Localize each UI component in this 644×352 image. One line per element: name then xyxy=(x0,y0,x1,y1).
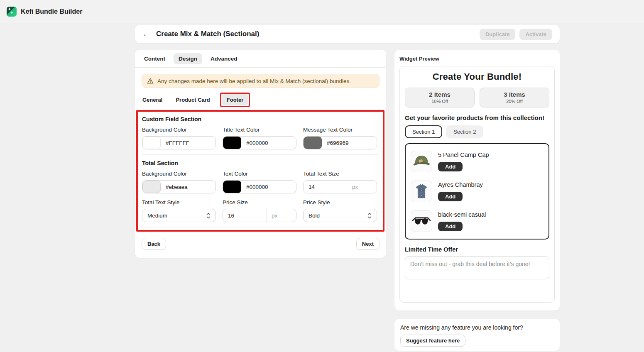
back-arrow-icon[interactable]: ← xyxy=(142,29,150,39)
color-swatch[interactable] xyxy=(142,137,161,149)
px-unit-suffix: px xyxy=(266,209,296,222)
subtab-product-card[interactable]: Product Card xyxy=(172,94,213,105)
section-divider xyxy=(142,227,379,227)
back-button[interactable]: Back xyxy=(142,238,166,250)
page-header: ← Create Mix & Match (Sectional) Duplica… xyxy=(135,25,560,43)
color-value[interactable]: #000000 xyxy=(241,140,268,146)
tier-discount-label: 20% Off xyxy=(480,99,549,104)
next-button[interactable]: Next xyxy=(356,238,380,250)
field-label: Price Size xyxy=(223,199,296,205)
size-value[interactable]: 14 xyxy=(304,184,347,190)
field-total-text-color: Text Color #000000 xyxy=(223,171,296,193)
duplicate-button[interactable]: Duplicate xyxy=(480,29,516,40)
tier-items-label: 2 Items xyxy=(405,91,474,98)
field-label: Price Style xyxy=(303,199,377,205)
widget-preview-label: Widget Preview xyxy=(399,56,555,62)
warning-triangle-icon xyxy=(147,78,154,84)
bundle-title: Create Your Bundle! xyxy=(405,71,549,82)
widget-preview-card: Create Your Bundle! 2 Items 10% Off 3 It… xyxy=(399,66,555,303)
collection-subtitle: Get your favorite products from this col… xyxy=(405,114,549,121)
color-swatch[interactable] xyxy=(223,137,241,149)
select-stepper-icon xyxy=(367,213,372,219)
color-swatch[interactable] xyxy=(142,181,161,193)
subtab-footer[interactable]: Footer xyxy=(222,94,248,105)
px-unit-suffix: px xyxy=(347,181,377,193)
color-swatch[interactable] xyxy=(223,181,241,193)
tier-2-items-button[interactable]: 2 Items 10% Off xyxy=(405,88,475,108)
limited-time-offer-label: Limited Time Offer xyxy=(405,246,549,253)
cap-product-image xyxy=(411,151,432,172)
field-total-background-color: Background Color #ebeaea xyxy=(142,171,216,193)
title-text-color-input[interactable]: #000000 xyxy=(223,136,296,149)
total-text-style-select[interactable]: Medium xyxy=(142,209,216,222)
denim-shirt-product-image xyxy=(411,181,432,202)
app-title: Kefi Bundle Builder xyxy=(21,8,82,15)
field-title-text-color: Title Text Color #000000 xyxy=(223,127,296,149)
total-text-color-input[interactable]: #000000 xyxy=(223,180,296,193)
select-stepper-icon xyxy=(206,213,211,219)
header-actions: Duplicate Activate xyxy=(480,29,552,40)
top-app-bar: ✦ + Kefi Bundle Builder xyxy=(0,0,644,23)
product-row: 5 Panel Camp Cap Add xyxy=(406,147,549,176)
product-name: Ayres Chambray xyxy=(438,181,483,188)
color-swatch[interactable] xyxy=(304,137,322,149)
footer-tab-annotation-box: Footer xyxy=(220,93,250,107)
custom-field-section-fields: Background Color #FFFFFF Title Text Colo… xyxy=(142,127,379,149)
add-product-button[interactable]: Add xyxy=(438,162,463,171)
add-product-button[interactable]: Add xyxy=(438,192,463,201)
product-name: 5 Panel Camp Cap xyxy=(438,152,489,158)
field-total-text-style: Total Text Style Medium xyxy=(142,199,216,222)
offer-message-input[interactable] xyxy=(405,256,549,279)
total-background-color-input[interactable]: #ebeaea xyxy=(142,180,216,193)
product-info: 5 Panel Camp Cap Add xyxy=(438,151,489,171)
color-value[interactable]: #FFFFFF xyxy=(161,140,189,146)
message-text-color-input[interactable]: #696969 xyxy=(303,136,377,149)
price-size-input[interactable]: 16 px xyxy=(223,209,296,222)
page-title: Create Mix & Match (Sectional) xyxy=(156,30,259,38)
field-message-text-color: Message Text Color #696969 xyxy=(303,127,377,149)
tab-content[interactable]: Content xyxy=(139,53,170,64)
tab-advanced[interactable]: Advanced xyxy=(206,53,242,64)
product-row: black-semi casual Add xyxy=(406,206,549,236)
wizard-nav: Back Next xyxy=(142,238,380,250)
product-row: Ayres Chambray Add xyxy=(406,176,549,206)
color-value[interactable]: #000000 xyxy=(241,184,268,190)
color-value[interactable]: #ebeaea xyxy=(161,184,188,190)
product-info: Ayres Chambray Add xyxy=(438,181,483,201)
section-2-tab[interactable]: Section 2 xyxy=(446,125,483,138)
field-label: Text Color xyxy=(223,171,296,177)
sunglasses-product-image xyxy=(411,210,432,232)
field-label: Background Color xyxy=(142,171,216,177)
tier-buttons: 2 Items 10% Off 3 Items 20% Off xyxy=(405,88,549,108)
section-1-tab[interactable]: Section 1 xyxy=(405,125,442,138)
tier-3-items-button[interactable]: 3 Items 20% Off xyxy=(480,88,549,108)
section-divider xyxy=(142,154,379,155)
field-custom-background-color: Background Color #FFFFFF xyxy=(142,127,216,149)
design-subtabs: General Product Card Footer xyxy=(139,93,382,107)
price-style-select[interactable]: Bold xyxy=(303,209,377,222)
feedback-question: Are we missing any feature you are looki… xyxy=(400,324,554,331)
total-section-fields-row1: Background Color #ebeaea Text Color #000… xyxy=(142,171,379,193)
editor-tabs: Content Design Advanced xyxy=(135,50,386,68)
subtab-general[interactable]: General xyxy=(139,94,166,105)
suggest-feature-button[interactable]: Suggest feature here xyxy=(400,335,465,347)
warning-text: Any changes made here will be applied to… xyxy=(157,78,351,84)
activate-button[interactable]: Activate xyxy=(519,29,552,40)
field-label: Background Color xyxy=(142,127,216,133)
product-list: 5 Panel Camp Cap Add xyxy=(405,143,549,240)
kefi-logo-icon: ✦ + xyxy=(7,7,17,17)
color-value[interactable]: #696969 xyxy=(322,140,349,146)
add-product-button[interactable]: Add xyxy=(438,222,463,231)
total-section-heading: Total Section xyxy=(142,160,379,166)
footer-form-annotation-box: Custom Field Section Background Color #F… xyxy=(136,110,384,232)
total-text-size-input[interactable]: 14 px xyxy=(303,180,377,193)
field-price-style: Price Style Bold xyxy=(303,199,377,222)
size-value[interactable]: 16 xyxy=(223,213,266,219)
field-total-text-size: Total Text Size 14 px xyxy=(303,171,377,193)
background-color-input[interactable]: #FFFFFF xyxy=(142,136,216,149)
field-label: Message Text Color xyxy=(303,127,377,133)
editor-card: Content Design Advanced Any changes made… xyxy=(135,50,386,258)
tab-design[interactable]: Design xyxy=(174,53,202,64)
warning-banner: Any changes made here will be applied to… xyxy=(142,74,380,88)
tier-items-label: 3 Items xyxy=(480,91,549,98)
